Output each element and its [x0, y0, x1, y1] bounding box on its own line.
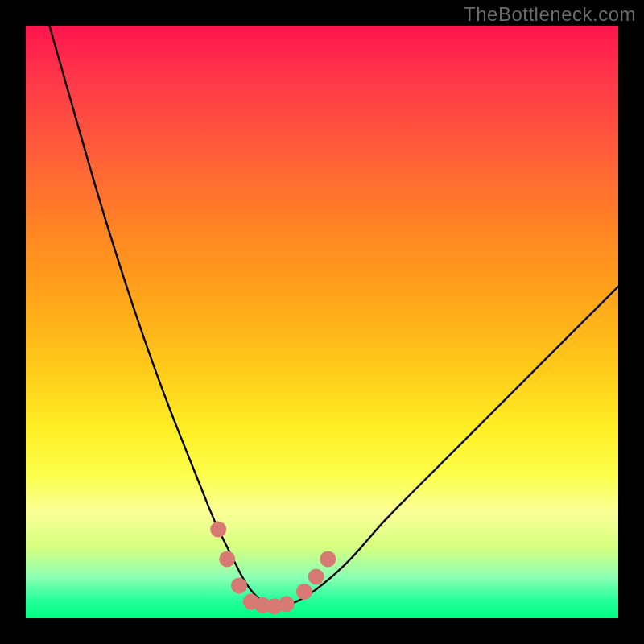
marker-right-cluster-low: [296, 584, 312, 600]
marker-right-cluster-mid: [308, 568, 324, 584]
bottleneck-curve: [49, 26, 618, 606]
chart-frame: TheBottleneck.com: [0, 0, 644, 644]
marker-bottom-bar-d: [279, 596, 295, 612]
marker-left-cluster-high: [210, 522, 226, 538]
plot-area: [26, 26, 618, 618]
marker-left-cluster-mid: [219, 551, 235, 567]
chart-svg: [26, 26, 618, 618]
marker-group: [210, 522, 336, 615]
marker-left-cluster-low: [231, 578, 247, 594]
watermark-text: TheBottleneck.com: [464, 3, 636, 26]
marker-right-cluster-high: [320, 551, 336, 567]
